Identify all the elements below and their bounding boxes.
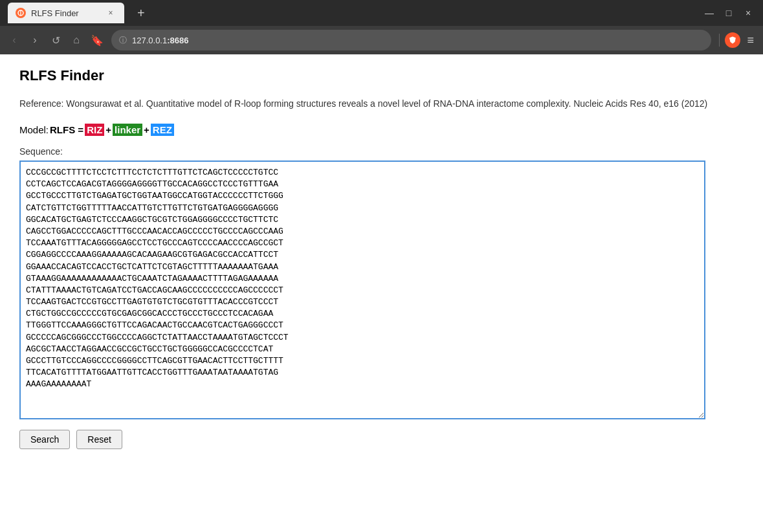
linker-label: linker [113,124,142,136]
home-button[interactable]: ⌂ [67,31,85,49]
url-text: 127.0.0.1:8686 [132,36,703,45]
browser-chrome: RLFS Finder × + — □ × ‹ › ↺ ⌂ 🔖 ⓘ 127.0.… [0,0,763,54]
browser-menu-button[interactable]: ≡ [743,31,758,50]
title-bar: RLFS Finder × + — □ × [0,0,763,26]
close-button[interactable]: × [741,6,755,20]
brave-icon[interactable] [725,32,740,48]
tab-close-button[interactable]: × [105,7,116,19]
reset-button[interactable]: Reset [76,430,122,449]
window-controls: — □ × [702,6,755,20]
button-row: Search Reset [19,430,744,449]
sequence-input[interactable]: CCCGCCGCTTTTCTCCTCTTTCCTCTCTTTGTTCTCAGCT… [19,161,705,419]
url-bar[interactable]: ⓘ 127.0.0.1:8686 [111,30,711,50]
page-content: RLFS Finder Reference: Wongsurawat et al… [0,54,763,532]
back-button[interactable]: ‹ [5,31,23,49]
model-label-text: Model: [19,124,49,135]
minimize-button[interactable]: — [702,6,716,20]
maximize-button[interactable]: □ [722,6,736,20]
model-formula-bold: RLFS = [50,124,83,135]
model-line: Model: RLFS = RIZ + linker + REZ [19,124,744,136]
bookmark-button[interactable]: 🔖 [88,31,106,49]
sequence-label: Sequence: [19,146,744,157]
reload-button[interactable]: ↺ [47,31,65,49]
search-button[interactable]: Search [19,430,70,449]
reference-text: Reference: Wongsurawat et al. Quantitati… [19,97,744,111]
tab-title: RLFS Finder [31,8,79,18]
plus2: + [144,124,149,135]
tab-favicon [16,8,26,18]
riz-label: RIZ [85,124,104,136]
lock-icon: ⓘ [119,35,127,46]
forward-button[interactable]: › [26,31,44,49]
nav-bar: ‹ › ↺ ⌂ 🔖 ⓘ 127.0.0.1:8686 ≡ [0,26,763,54]
new-tab-button[interactable]: + [132,3,150,23]
plus1: + [105,124,111,135]
rez-label: REZ [151,124,174,136]
active-tab[interactable]: RLFS Finder × [8,3,124,23]
page-title: RLFS Finder [19,67,744,84]
divider [719,34,720,47]
